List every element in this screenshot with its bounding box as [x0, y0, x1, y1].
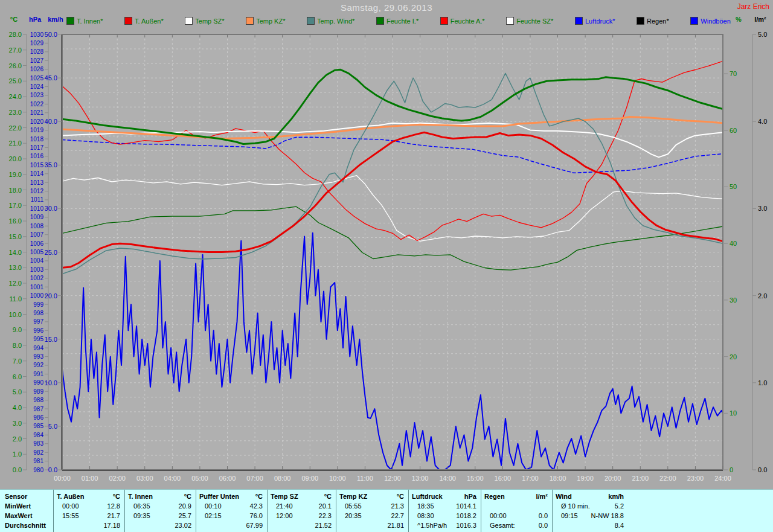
tick-label-hpa: 1022: [30, 101, 44, 107]
tick-label-hpa: 1023: [30, 92, 44, 98]
table-cell-value: 21.52: [315, 521, 332, 530]
tick-label-hpa: 1002: [30, 275, 44, 281]
tick-label-celsius: 0.0: [13, 466, 22, 473]
table-cell-value: 21.7: [107, 511, 120, 521]
tick-label-celsius: 27.0: [9, 46, 22, 54]
tick-label-celsius: 13.0: [9, 264, 22, 271]
table-row-label: MinWert: [5, 501, 31, 511]
tick-label-kmh: 30.0: [45, 205, 57, 212]
tick-label-hpa: 991: [33, 371, 43, 377]
table-sensor-unit: °C: [113, 492, 120, 501]
table-row-label: MaxWert: [5, 511, 33, 521]
tick-label-hpa: 1000: [30, 292, 44, 299]
tick-label-lm2: 5.0: [758, 31, 767, 38]
x-axis-label: 12:00: [384, 475, 401, 482]
tick-label-hpa: 1017: [30, 144, 44, 151]
tick-label-hpa: 996: [33, 327, 43, 334]
table-sensor-name: T. Innen: [128, 492, 153, 501]
tick-label-hpa: 999: [33, 301, 43, 308]
table-cell-value: N-NW 18.8: [591, 511, 624, 521]
tick-label-kmh: 10.0: [45, 379, 57, 386]
table-cell-time: ^1.5hPa/h: [417, 521, 447, 530]
table-cell-value: 1016.3: [456, 521, 476, 530]
x-axis-label: 06:00: [219, 475, 236, 482]
table-group-regen: Regenl/m²00:000.0Gesamt:0.0: [481, 490, 552, 532]
table-sensor-name: T. Außen: [57, 492, 84, 501]
table-sensor-name: Temp SZ: [271, 492, 298, 501]
table-cell-value: 1018.2: [456, 511, 476, 521]
tick-label-celsius: 25.0: [9, 77, 22, 85]
tick-label-celsius: 18.0: [9, 187, 22, 194]
table-cell-time: 09:35: [133, 511, 150, 521]
table-cell-time: 00:00: [490, 511, 507, 521]
table-row-label: Durchschnitt: [5, 521, 46, 530]
tick-label-celsius: 1.0: [13, 450, 22, 458]
tick-label-hpa: 1026: [30, 66, 44, 72]
tick-label-hpa: 986: [33, 414, 43, 421]
x-axis-label: 01:00: [82, 475, 98, 482]
table-cell-time: 09:15: [561, 511, 578, 521]
table-cell-value: 20.1: [319, 501, 332, 511]
table-sensor-unit: l/m²: [536, 492, 548, 501]
tick-label-celsius: 10.0: [9, 311, 22, 318]
table-group-t-au-en: T. Außen°C00:0012.815:5521.717.18: [53, 490, 124, 532]
tick-label-kmh: 40.0: [45, 118, 57, 125]
table-row-label-column: SensorMinWertMaxWertDurchschnitt: [0, 490, 53, 532]
tick-label-celsius: 4.0: [13, 404, 22, 411]
tick-label-hpa: 1014: [30, 170, 44, 177]
table-cell-value: 17.18: [103, 521, 120, 530]
table-sensor-unit: °C: [324, 492, 332, 501]
table-sensor-unit: °C: [255, 492, 263, 501]
tick-label-hpa: 1030: [30, 31, 44, 38]
tick-label-kmh: 5.0: [48, 423, 57, 430]
table-cell-value: 5.2: [615, 501, 624, 511]
table-cell-value: 12.8: [107, 501, 120, 511]
table-sensor-name: Regen: [484, 492, 505, 501]
tick-label-celsius: 9.0: [13, 326, 22, 333]
x-axis-label: 19:00: [577, 475, 594, 482]
tick-label-kmh: 45.0: [45, 74, 57, 82]
x-axis-label: 03:00: [136, 475, 153, 482]
tick-label-percent: 50: [730, 183, 737, 190]
tick-label-celsius: 7.0: [13, 357, 22, 365]
table-cell-time: 20:35: [345, 511, 362, 521]
tick-label-hpa: 1024: [30, 83, 44, 90]
tick-label-celsius: 26.0: [9, 62, 22, 69]
tick-label-percent: 0: [730, 466, 733, 473]
tick-label-kmh: 15.0: [45, 336, 57, 343]
tick-label-lm2: 3.0: [758, 205, 767, 212]
tick-label-celsius: 14.0: [9, 249, 22, 256]
table-cell-value: 21.3: [391, 501, 404, 511]
x-axis-label: 05:00: [191, 475, 208, 482]
tick-label-hpa: 989: [33, 388, 43, 395]
table-cell-value: 23.02: [175, 521, 191, 530]
tick-label-hpa: 1005: [30, 249, 44, 255]
table-cell-time: 12:00: [276, 511, 293, 521]
tick-label-celsius: 23.0: [9, 109, 22, 116]
table-sensor-name: Wind: [556, 492, 572, 501]
table-cell-value: 42.3: [250, 501, 263, 511]
tick-label-hpa: 1006: [30, 240, 44, 247]
x-axis-label: 00:00: [54, 475, 71, 482]
x-axis-label: 20:00: [605, 475, 621, 482]
table-cell-time: 08:30: [417, 511, 434, 521]
table-group-puffer-unten: Puffer Unten°C00:1042.302:1576.067.99: [196, 490, 267, 532]
tick-label-lm2: 0.0: [758, 466, 767, 473]
tick-label-hpa: 1011: [30, 196, 43, 203]
table-cell-value: 21.81: [387, 521, 404, 530]
tick-label-hpa: 994: [33, 345, 43, 351]
tick-label-celsius: 12.0: [9, 280, 22, 287]
tick-label-hpa: 1001: [30, 284, 44, 290]
tick-label-hpa: 1012: [30, 188, 44, 194]
x-axis-label: 04:00: [164, 475, 181, 482]
tick-label-kmh: 0.0: [48, 466, 57, 473]
table-cell-value: 1014.1: [456, 501, 476, 511]
table-sensor-unit: hPa: [464, 492, 476, 501]
x-axis-label: 14:00: [439, 475, 456, 482]
x-axis-label: 24:00: [714, 475, 731, 482]
tick-label-hpa: 1028: [30, 48, 44, 55]
tick-label-celsius: 6.0: [13, 373, 22, 380]
tick-label-lm2: 4.0: [758, 118, 767, 125]
tick-label-hpa: 983: [33, 440, 43, 447]
x-axis-label: 07:00: [246, 475, 263, 482]
